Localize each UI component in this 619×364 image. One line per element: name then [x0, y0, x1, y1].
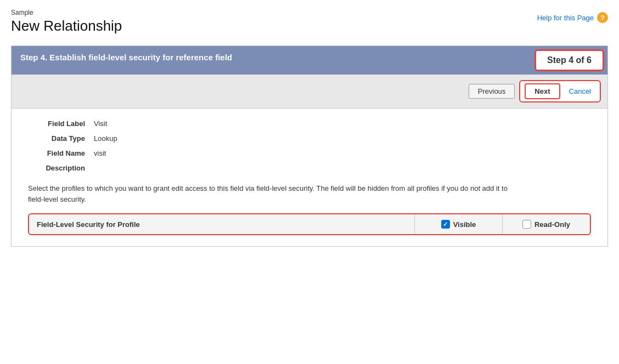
help-link[interactable]: Help for this Page ? — [537, 12, 608, 23]
help-icon: ? — [597, 12, 608, 23]
readonly-label: Read-Only — [534, 220, 570, 229]
content-area: Field Label Visit Data Type Lookup Field… — [12, 109, 607, 246]
page-title: New Relationship — [11, 18, 122, 35]
help-label: Help for this Page — [537, 14, 594, 22]
field-info-table: Field Label Visit Data Type Lookup Field… — [28, 120, 591, 172]
page-title-section: Sample New Relationship — [11, 9, 122, 35]
page-header: Sample New Relationship Help for this Pa… — [11, 9, 608, 35]
field-name-value: visit — [94, 149, 106, 157]
security-readonly-col: Read-Only — [502, 214, 590, 234]
previous-button[interactable]: Previous — [469, 84, 515, 99]
field-label-value: Visit — [94, 120, 107, 128]
wizard-container: Step 4. Establish field-level security f… — [11, 46, 608, 247]
description-text: Select the profiles to which you want to… — [28, 183, 522, 204]
cancel-button[interactable]: Cancel — [565, 84, 595, 98]
field-description-label: Description — [28, 164, 94, 172]
field-row-label: Field Label Visit — [28, 120, 591, 128]
security-profile-col-label: Field-Level Security for Profile — [29, 215, 414, 234]
visible-label: Visible — [453, 220, 476, 229]
next-button[interactable]: Next — [525, 83, 560, 99]
field-row-description: Description — [28, 164, 591, 172]
field-name-label: Field Name — [28, 149, 94, 157]
field-row-name: Field Name visit — [28, 149, 591, 157]
nav-bar: Previous Next Cancel — [12, 75, 607, 109]
field-datatype-value: Lookup — [94, 134, 117, 143]
visible-checkbox[interactable] — [441, 220, 450, 229]
field-row-datatype: Data Type Lookup — [28, 134, 591, 143]
step-number-box: Step 4 of 6 — [534, 49, 604, 71]
readonly-checkbox[interactable] — [522, 220, 531, 229]
field-label-label: Field Label — [28, 120, 94, 128]
page-subtitle: Sample — [11, 9, 122, 16]
security-table-header: Field-Level Security for Profile Visible… — [28, 213, 591, 235]
step-title: Step 4. Establish field-level security f… — [12, 46, 531, 75]
next-cancel-group: Next Cancel — [519, 80, 601, 103]
field-datatype-label: Data Type — [28, 134, 94, 143]
security-visible-col: Visible — [414, 214, 502, 234]
step-header: Step 4. Establish field-level security f… — [12, 46, 607, 75]
